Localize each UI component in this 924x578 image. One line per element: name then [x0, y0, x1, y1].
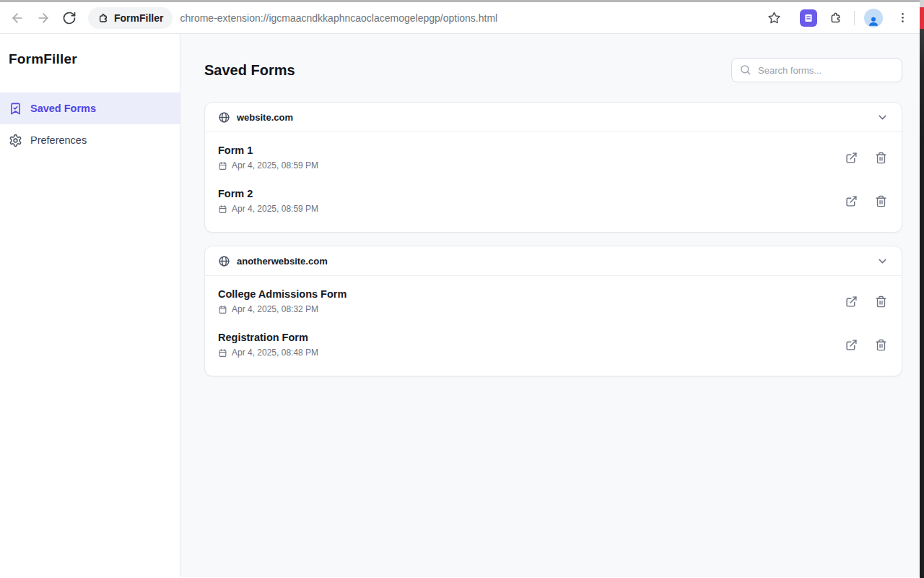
globe-icon	[218, 111, 230, 124]
delete-form-button[interactable]	[873, 337, 889, 353]
background-window-edge	[920, 0, 924, 578]
open-form-button[interactable]	[843, 193, 859, 209]
extension-origin-pill[interactable]: FormFiller	[88, 7, 173, 29]
form-date: Apr 4, 2025, 08:59 PM	[232, 204, 318, 214]
reload-button[interactable]	[56, 5, 82, 31]
browser-toolbar: FormFiller chrome-extension://igcmaacndk…	[0, 2, 924, 34]
form-row: Registration Form Apr 4, 2025, 08:48 PM	[218, 323, 889, 366]
chevron-down-icon	[876, 111, 889, 124]
search-box	[731, 58, 902, 82]
sidebar-nav: Saved Forms Preferences	[0, 92, 180, 156]
toolbar-separator	[854, 11, 855, 25]
gear-icon	[9, 134, 22, 147]
card-body: College Admissions Form Apr 4, 2025, 08:…	[205, 276, 902, 376]
trash-icon	[875, 152, 887, 164]
calendar-icon	[218, 204, 227, 214]
search-input[interactable]	[731, 58, 902, 82]
form-groups: website.com Form 1 Apr 4, 2025, 08:59 PM…	[204, 102, 902, 376]
browser-menu-button[interactable]	[891, 7, 914, 30]
open-form-button[interactable]	[843, 337, 859, 353]
domain-card-header[interactable]: anotherwebsite.com	[205, 246, 902, 276]
three-dots-icon	[896, 11, 910, 25]
form-name: Registration Form	[218, 332, 843, 343]
sidebar-item-preferences[interactable]: Preferences	[0, 124, 180, 156]
delete-form-button[interactable]	[873, 150, 889, 165]
trash-icon	[875, 195, 887, 207]
domain-label: anotherwebsite.com	[237, 256, 328, 267]
globe-icon	[218, 255, 230, 267]
screen: FormFiller chrome-extension://igcmaacndk…	[0, 0, 924, 578]
search-icon	[739, 64, 751, 76]
calendar-icon	[218, 305, 227, 314]
form-name: Form 2	[218, 188, 843, 199]
bookmark-star-button[interactable]	[762, 7, 785, 30]
address-bar-url[interactable]: chrome-extension://igcmaacndkkaphncaocla…	[180, 12, 497, 24]
extension-pill-label: FormFiller	[114, 12, 163, 24]
pinned-extension-button[interactable]	[797, 7, 820, 30]
form-date: Apr 4, 2025, 08:32 PM	[232, 304, 318, 314]
calendar-icon	[218, 161, 227, 171]
extensions-puzzle-icon	[829, 11, 842, 25]
back-button[interactable]	[4, 5, 30, 31]
chevron-down-icon	[876, 255, 889, 267]
form-row: Form 1 Apr 4, 2025, 08:59 PM	[218, 136, 889, 179]
card-body: Form 1 Apr 4, 2025, 08:59 PM Form 2 Apr …	[205, 132, 902, 232]
delete-form-button[interactable]	[873, 293, 889, 309]
trash-icon	[875, 296, 887, 308]
profile-button[interactable]	[862, 7, 885, 30]
delete-form-button[interactable]	[873, 193, 889, 209]
star-icon	[767, 11, 781, 25]
sidebar-item-saved-forms[interactable]: Saved Forms	[0, 92, 180, 124]
domain-label: website.com	[237, 112, 293, 123]
open-form-button[interactable]	[843, 293, 859, 309]
external-link-icon	[845, 296, 858, 308]
form-name: College Admissions Form	[218, 288, 843, 300]
main-content: Saved Forms website.com Form 1 Apr 4, 20…	[180, 34, 924, 577]
reload-icon	[62, 11, 77, 25]
extensions-menu-button[interactable]	[824, 7, 847, 30]
domain-card-header[interactable]: website.com	[205, 103, 902, 132]
open-form-button[interactable]	[843, 150, 859, 165]
formfiller-extension-icon	[800, 9, 817, 27]
domain-card: website.com Form 1 Apr 4, 2025, 08:59 PM…	[204, 102, 902, 233]
page-title: Saved Forms	[204, 62, 295, 79]
form-date: Apr 4, 2025, 08:48 PM	[232, 348, 318, 358]
form-row: College Admissions Form Apr 4, 2025, 08:…	[218, 280, 889, 323]
arrow-right-icon	[36, 11, 51, 25]
form-name: Form 1	[218, 144, 843, 156]
sidebar: FormFiller Saved Forms Preferences	[0, 34, 180, 577]
sidebar-item-label: Saved Forms	[30, 103, 96, 114]
bookmark-check-icon	[9, 102, 22, 116]
app-title: FormFiller	[0, 34, 180, 67]
form-date: Apr 4, 2025, 08:59 PM	[232, 160, 318, 171]
domain-card: anotherwebsite.com College Admissions Fo…	[204, 246, 902, 376]
external-link-icon	[845, 195, 858, 207]
extension-puzzle-icon	[97, 12, 109, 24]
profile-avatar-icon	[864, 9, 883, 27]
calendar-icon	[218, 348, 227, 358]
form-row: Form 2 Apr 4, 2025, 08:59 PM	[218, 179, 889, 223]
external-link-icon	[845, 152, 858, 164]
forward-button[interactable]	[30, 5, 56, 31]
external-link-icon	[845, 339, 858, 351]
trash-icon	[875, 339, 887, 351]
background-window-corner	[920, 0, 924, 7]
sidebar-item-label: Preferences	[30, 134, 87, 146]
background-window-red-edge	[920, 7, 924, 29]
arrow-left-icon	[10, 11, 25, 25]
